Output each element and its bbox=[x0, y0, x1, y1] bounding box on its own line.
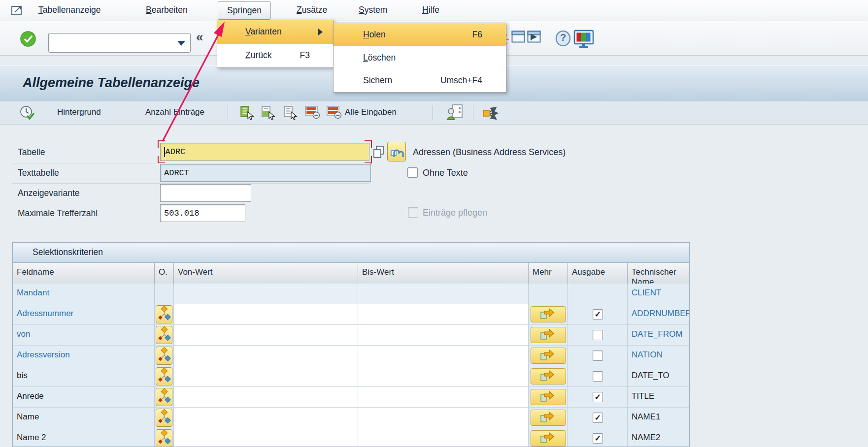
von-wert-input[interactable] bbox=[174, 387, 358, 407]
mehr-button[interactable] bbox=[531, 430, 566, 447]
von-wert-input[interactable] bbox=[174, 325, 358, 345]
von-wert-input[interactable] bbox=[174, 346, 358, 366]
von-wert-input[interactable] bbox=[174, 408, 358, 428]
deselect-all-icon[interactable] bbox=[283, 105, 298, 122]
ausgabe-checkbox[interactable]: ✓ bbox=[593, 413, 603, 423]
ohne-texte-checkbox[interactable] bbox=[407, 167, 418, 178]
menu-zusaetze[interactable]: Zusätze bbox=[297, 5, 327, 15]
submenu-arrow-icon bbox=[318, 29, 323, 35]
mehr-button[interactable] bbox=[531, 410, 566, 426]
hintergrund-button[interactable]: Hintergrund bbox=[57, 107, 101, 117]
table-contents-icon[interactable] bbox=[387, 142, 406, 161]
user-parameters-icon[interactable] bbox=[446, 104, 464, 124]
export-icon[interactable] bbox=[482, 105, 501, 124]
menu-bearbeiten[interactable]: Bearbeiten bbox=[146, 5, 188, 15]
menu-item-holen[interactable]: Holen F6 bbox=[334, 23, 506, 46]
technical-name: NAME2 bbox=[628, 428, 689, 447]
mehr-button[interactable] bbox=[531, 306, 566, 322]
field-label: Adressnummer bbox=[13, 304, 155, 325]
field-label: bis bbox=[13, 366, 155, 387]
help-icon[interactable]: ? bbox=[555, 31, 571, 48]
selection-options-icon[interactable] bbox=[156, 347, 172, 365]
select-all-icon[interactable] bbox=[239, 105, 254, 122]
application-toolbar: Hintergrund Anzahl Einträge Alle Eingabe… bbox=[0, 101, 868, 125]
menu-item-varianten[interactable]: Varianten bbox=[217, 20, 334, 44]
selection-options-icon[interactable] bbox=[156, 388, 172, 406]
delete-all-selections-icon[interactable] bbox=[326, 105, 342, 121]
von-wert-input[interactable] bbox=[174, 428, 358, 447]
menu-item-loeschen[interactable]: Löschen bbox=[334, 46, 506, 69]
select-block-icon[interactable] bbox=[261, 105, 275, 122]
bis-wert-input[interactable] bbox=[358, 408, 528, 428]
selection-criteria-panel: Selektionskriterien Feldname O. Von-Wert… bbox=[12, 242, 690, 447]
ausgabe-checkbox[interactable] bbox=[593, 330, 603, 340]
von-wert-input[interactable] bbox=[174, 304, 358, 324]
von-wert-input[interactable] bbox=[174, 366, 358, 386]
collapse-toolbar-icon[interactable]: « bbox=[196, 30, 203, 45]
menu-springen[interactable]: Springen bbox=[218, 1, 271, 20]
tabelle-field[interactable]: ADRC bbox=[160, 143, 369, 161]
varianten-submenu: Holen F6 Löschen Sichern Umsch+F4 bbox=[333, 23, 506, 93]
command-field-wrap bbox=[48, 33, 191, 53]
table-row-adressversion: Adressversion NATION bbox=[13, 346, 689, 366]
field-label: Adressversion bbox=[13, 346, 155, 366]
enter-icon[interactable] bbox=[20, 31, 36, 47]
customize-layout-icon[interactable] bbox=[573, 30, 594, 50]
system-menu-icon[interactable] bbox=[11, 4, 25, 19]
selection-options-icon[interactable] bbox=[156, 409, 172, 427]
anzahl-eintraege-button[interactable]: Anzahl Einträge bbox=[145, 107, 204, 117]
max-trefferzahl-field[interactable] bbox=[160, 204, 245, 222]
menu-system[interactable]: System bbox=[359, 5, 387, 15]
selection-options-icon[interactable] bbox=[156, 429, 172, 447]
field-label: Anrede bbox=[13, 387, 155, 408]
tabelle-label: Tabelle bbox=[18, 147, 45, 158]
ausgabe-checkbox[interactable] bbox=[593, 371, 603, 382]
menu-tabellenanzeige[interactable]: Tabellenanzeige bbox=[38, 5, 101, 15]
mehr-button[interactable] bbox=[531, 389, 566, 405]
technical-name: CLIENT bbox=[628, 284, 689, 304]
technical-name: TITLE bbox=[628, 387, 689, 408]
table-row-bis: bis DATE_TO bbox=[13, 366, 689, 387]
table-header-row: Feldname O. Von-Wert Bis-Wert Mehr Ausga… bbox=[13, 263, 689, 284]
selection-options-icon[interactable] bbox=[156, 367, 172, 385]
command-field[interactable] bbox=[51, 34, 173, 50]
bis-wert-input[interactable] bbox=[358, 387, 528, 407]
bis-wert-input[interactable] bbox=[358, 366, 528, 386]
eintraege-pflegen-label: Einträge pflegen bbox=[423, 208, 487, 218]
selection-group-header: Selektionskriterien bbox=[13, 243, 689, 263]
create-shortcut-icon[interactable] bbox=[527, 31, 541, 45]
execute-icon[interactable] bbox=[20, 105, 35, 123]
menu-item-sichern[interactable]: Sichern Umsch+F4 bbox=[334, 69, 506, 92]
copy-icon[interactable] bbox=[372, 145, 385, 160]
bis-wert-input[interactable] bbox=[358, 346, 528, 366]
ausgabe-checkbox[interactable]: ✓ bbox=[593, 392, 603, 402]
selection-options-icon[interactable] bbox=[156, 305, 172, 323]
ausgabe-checkbox[interactable] bbox=[593, 351, 603, 361]
mehr-button[interactable] bbox=[531, 368, 566, 384]
technical-name: ADDRNUMBER bbox=[628, 304, 690, 325]
bis-wert-input[interactable] bbox=[358, 428, 528, 447]
anzeigevariante-field[interactable] bbox=[160, 184, 251, 202]
command-dropdown-icon[interactable] bbox=[177, 41, 185, 46]
bis-wert-input[interactable] bbox=[358, 304, 528, 324]
menu-hilfe[interactable]: Hilfe bbox=[422, 5, 439, 15]
new-session-icon[interactable] bbox=[511, 31, 525, 45]
table-row-name2: Name 2 ✓ NAME2 bbox=[13, 428, 689, 447]
delete-selection-icon[interactable] bbox=[304, 105, 320, 121]
bis-wert-input[interactable] bbox=[358, 325, 528, 345]
mehr-button[interactable] bbox=[531, 348, 566, 364]
selection-options-icon[interactable] bbox=[156, 326, 172, 344]
text-cursor bbox=[164, 147, 165, 157]
field-label: von bbox=[13, 325, 155, 346]
ohne-texte-label: Ohne Texte bbox=[423, 168, 468, 178]
ausgabe-checkbox[interactable]: ✓ bbox=[593, 433, 603, 444]
menu-item-zurueck[interactable]: Zurück F3 bbox=[217, 44, 334, 67]
mehr-button[interactable] bbox=[531, 327, 566, 343]
help-glyph: ? bbox=[560, 32, 566, 43]
selection-group-title: Selektionskriterien bbox=[33, 247, 103, 257]
shortcut-label: F3 bbox=[300, 50, 310, 61]
alle-eingaben-button[interactable]: Alle Eingaben bbox=[345, 107, 397, 117]
eintraege-pflegen-checkbox bbox=[408, 207, 418, 218]
ausgabe-checkbox[interactable]: ✓ bbox=[593, 309, 603, 319]
field-label: Name bbox=[13, 408, 155, 428]
